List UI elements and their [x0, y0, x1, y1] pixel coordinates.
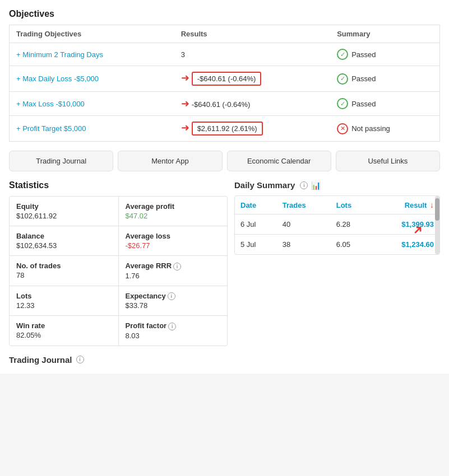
objective-result: ➜$2,611.92 (2.61%) — [174, 116, 331, 142]
daily-cell-date: 6 Jul — [235, 214, 277, 235]
check-circle-icon: ✓ — [337, 49, 348, 60]
daily-summary-panel: Daily Summary i 📊 Date Trades Lots Resul… — [234, 180, 440, 346]
stats-value: $102,611.92 — [16, 212, 112, 220]
stats-cell: Balance$102,634.53 — [10, 226, 119, 255]
daily-cell-lots: 6.28 — [331, 214, 372, 235]
daily-col-date: Date — [235, 196, 277, 214]
stats-label: Equity — [16, 202, 112, 211]
objective-result: 3 — [174, 43, 331, 66]
daily-cell-result: $1,399.93 — [372, 214, 439, 235]
stats-row: No. of trades78Average RRRi1.76 — [10, 256, 227, 286]
trading-journal-title: Trading Journal i — [9, 355, 440, 365]
info-icon[interactable]: i — [173, 263, 181, 270]
stats-row: Lots12.33Expectancyi$33.78 — [10, 286, 227, 316]
daily-col-result[interactable]: Result ↓ — [372, 196, 439, 214]
status-text: Passed — [351, 50, 376, 59]
daily-cell-result: $1,234.60 — [372, 235, 439, 255]
info-icon[interactable]: i — [168, 292, 175, 300]
statistics-panel: Statistics Equity$102,611.92Average prof… — [9, 180, 228, 346]
info-icon[interactable]: i — [168, 323, 176, 330]
red-arrow-icon: ➜ — [181, 72, 189, 83]
red-arrow-icon: ➜ — [181, 98, 189, 109]
stats-cell: Average loss-$26.77 — [119, 226, 228, 255]
col-summary: Summary — [330, 25, 439, 43]
objective-result: ➜-$640.61 (-0.64%) — [174, 66, 331, 92]
stats-cell: Lots12.33 — [10, 286, 119, 316]
status-text: Passed — [351, 100, 376, 108]
daily-col-trades: Trades — [277, 196, 331, 214]
nav-button-trading-journal[interactable]: Trading Journal — [9, 151, 113, 171]
daily-row: 6 Jul406.28$1,399.93 — [235, 214, 439, 235]
objectives-section: Objectives Trading Objectives Results Su… — [9, 9, 440, 142]
daily-table-container: Date Trades Lots Result ↓ 6 Jul406.28$1,… — [234, 195, 440, 255]
stats-cell: Equity$102,611.92 — [10, 197, 119, 226]
col-results: Results — [174, 25, 331, 43]
statistics-title: Statistics — [9, 180, 228, 190]
objectives-row: + Minimum 2 Trading Days3✓Passed — [10, 43, 440, 66]
trading-journal-info-icon[interactable]: i — [76, 356, 84, 363]
stats-label: Lots — [16, 292, 112, 300]
red-arrow-icon: ➜ — [181, 122, 189, 133]
objective-label[interactable]: + Minimum 2 Trading Days — [10, 43, 174, 66]
stats-grid: Equity$102,611.92Average profit$47.02Bal… — [9, 196, 228, 346]
stats-row: Equity$102,611.92Average profit$47.02 — [10, 197, 227, 226]
x-circle-icon: ✕ — [337, 123, 348, 134]
objective-summary: ✓Passed — [330, 66, 439, 92]
stats-label: Average RRRi — [126, 262, 221, 270]
stats-label: Average profit — [126, 202, 221, 211]
daily-cell-trades: 40 — [277, 214, 331, 235]
objectives-row: + Max Loss -$10,000➜-$640.61 (-0.64%)✓Pa… — [10, 92, 440, 116]
objective-result: ➜-$640.61 (-0.64%) — [174, 92, 331, 116]
stats-value: 12.33 — [16, 301, 112, 310]
col-trading-objectives: Trading Objectives — [10, 25, 174, 43]
stats-row: Win rate82.05%Profit factori8.03 — [10, 316, 227, 346]
nav-button-mentor-app[interactable]: Mentor App — [118, 151, 222, 171]
stats-value: $33.78 — [126, 301, 221, 310]
stats-cell: Average profit$47.02 — [119, 197, 228, 226]
objective-summary: ✕Not passing — [330, 116, 439, 142]
daily-row: 5 Jul386.05$1,234.60 — [235, 235, 439, 255]
bottom-section: Statistics Equity$102,611.92Average prof… — [9, 180, 440, 346]
daily-info-icon[interactable]: i — [300, 181, 308, 189]
stats-label: No. of trades — [16, 262, 112, 270]
stats-cell: No. of trades78 — [10, 256, 119, 286]
nav-button-useful-links[interactable]: Useful Links — [336, 151, 440, 171]
stats-label: Win rate — [16, 321, 112, 330]
objective-summary: ✓Passed — [330, 92, 439, 116]
chart-icon: 📊 — [311, 181, 321, 190]
stats-value: 78 — [16, 271, 112, 279]
objective-summary: ✓Passed — [330, 43, 439, 66]
nav-button-economic-calendar[interactable]: Economic Calendar — [227, 151, 331, 171]
sort-arrow-icon: ↓ — [430, 200, 434, 209]
objectives-row: + Profit Target $5,000➜$2,611.92 (2.61%)… — [10, 116, 440, 142]
stats-value: -$26.77 — [126, 241, 221, 250]
stats-row: Balance$102,634.53Average loss-$26.77 — [10, 226, 227, 256]
objectives-title: Objectives — [9, 9, 440, 19]
objective-label[interactable]: + Profit Target $5,000 — [10, 116, 174, 142]
objective-label[interactable]: + Max Loss -$10,000 — [10, 92, 174, 116]
nav-buttons: Trading JournalMentor AppEconomic Calend… — [9, 151, 440, 171]
stats-label: Expectancyi — [126, 292, 221, 301]
status-text: Passed — [351, 74, 376, 83]
scrollbar[interactable] — [435, 196, 439, 254]
objective-label[interactable]: + Max Daily Loss -$5,000 — [10, 66, 174, 92]
stats-value: $47.02 — [126, 212, 221, 220]
stats-cell: Profit factori8.03 — [119, 316, 228, 346]
scrollbar-thumb[interactable] — [435, 198, 439, 221]
daily-col-lots: Lots — [331, 196, 372, 214]
objectives-row: + Max Daily Loss -$5,000➜-$640.61 (-0.64… — [10, 66, 440, 92]
stats-label: Profit factori — [126, 321, 221, 330]
status-text: Not passing — [351, 124, 390, 133]
trading-journal-section: Trading Journal i — [9, 355, 440, 365]
daily-cell-date: 5 Jul — [235, 235, 277, 255]
stats-value: 82.05% — [16, 331, 112, 339]
objectives-table: Trading Objectives Results Summary + Min… — [9, 25, 440, 142]
stats-value: $102,634.53 — [16, 241, 112, 250]
stats-cell: Win rate82.05% — [10, 316, 119, 346]
daily-summary-title: Daily Summary i 📊 — [234, 180, 440, 190]
daily-cell-lots: 6.05 — [331, 235, 372, 255]
check-circle-icon: ✓ — [337, 98, 348, 109]
stats-value: 1.76 — [126, 272, 221, 280]
stats-value: 8.03 — [126, 332, 221, 340]
stats-cell: Average RRRi1.76 — [119, 256, 228, 286]
